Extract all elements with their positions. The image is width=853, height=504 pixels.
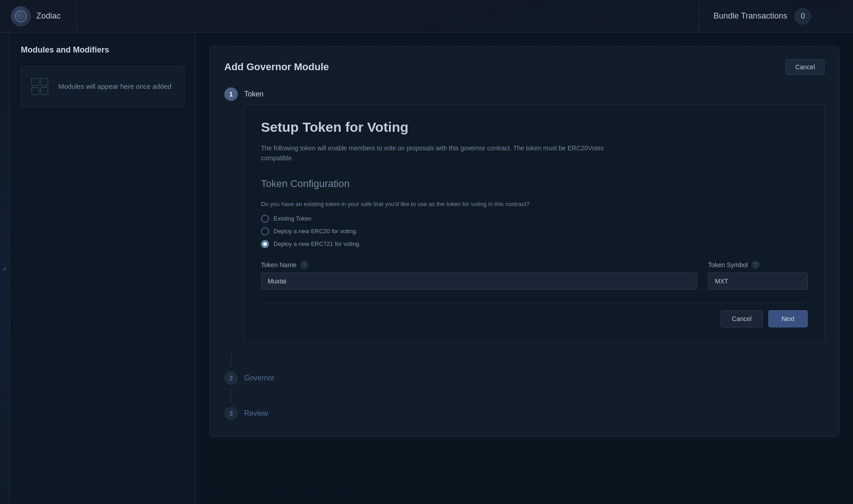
svg-rect-6 — [32, 87, 39, 95]
svg-rect-5 — [41, 78, 48, 86]
action-row: Cancel Next — [261, 302, 808, 327]
step-2-number: 2 — [224, 371, 238, 385]
bundle-transactions-count: 0 — [795, 8, 811, 24]
left-panel: Modules and Modifiers Modules will appea… — [10, 33, 196, 504]
next-button[interactable]: Next — [768, 310, 808, 327]
radio-erc20[interactable]: Deploy a new ERC20 for voting. — [261, 227, 808, 235]
token-name-input[interactable] — [261, 273, 697, 290]
token-symbol-input[interactable] — [708, 273, 808, 290]
step-2-label: Governor — [244, 374, 275, 382]
radio-group: Existing Token Deploy a new ERC20 for vo… — [261, 215, 808, 248]
sidebar-toggle[interactable]: » — [0, 33, 10, 504]
empty-modules-text: Modules will appear here once added — [58, 82, 171, 92]
cancel-top-button[interactable]: Cancel — [786, 59, 824, 75]
bundle-transactions-label: Bundle Transactions — [713, 11, 787, 21]
token-symbol-label-row: Token Symbol ? — [708, 261, 808, 269]
step-2-header: 2 Governor — [224, 371, 824, 385]
token-setup-card: Setup Token for Voting The following tok… — [244, 105, 824, 342]
step-3-header: 3 Review — [224, 407, 824, 420]
token-name-help-icon[interactable]: ? — [300, 261, 308, 269]
token-setup-title: Setup Token for Voting — [261, 120, 808, 135]
token-setup-description: The following token will enable members … — [261, 143, 632, 163]
radio-existing-label: Existing Token — [274, 215, 312, 222]
token-symbol-field: Token Symbol ? — [708, 261, 808, 290]
radio-erc721-circle — [261, 240, 269, 248]
empty-modules-card: Modules will appear here once added — [21, 66, 184, 107]
form-row: Token Name ? Token Symbol ? — [261, 261, 808, 290]
step-connector-1-2 — [231, 353, 231, 368]
radio-erc721-label: Deploy a new ERC721 for voting. — [274, 240, 361, 247]
top-nav: Zodiac Bundle Transactions 0 — [0, 0, 853, 33]
token-symbol-help-icon[interactable]: ? — [752, 261, 760, 269]
panel-title: Modules and Modifiers — [21, 45, 184, 55]
token-name-label: Token Name — [261, 261, 297, 269]
governor-panel-header: Add Governor Module Cancel — [224, 59, 824, 75]
step-3-number: 3 — [224, 407, 238, 420]
governor-panel-title: Add Governor Module — [224, 61, 329, 73]
empty-modules-icon — [29, 75, 51, 98]
radio-erc20-circle — [261, 227, 269, 235]
step-1-label: Token — [244, 90, 264, 98]
governor-panel: Add Governor Module Cancel 1 Token Setup… — [209, 46, 839, 437]
token-name-label-row: Token Name ? — [261, 261, 697, 269]
app-name: Zodiac — [36, 11, 61, 21]
step-connector-2-3 — [231, 389, 231, 403]
step-1-number: 1 — [224, 87, 238, 101]
token-name-field: Token Name ? — [261, 261, 697, 290]
radio-existing-token[interactable]: Existing Token — [261, 215, 808, 223]
step-3: 3 Review — [224, 407, 824, 424]
steps-container: 1 Token Setup Token for Voting The follo… — [224, 87, 824, 424]
radio-existing-circle — [261, 215, 269, 223]
token-config-question: Do you have an existing token in your sa… — [261, 201, 808, 207]
toggle-icon: » — [3, 265, 7, 272]
radio-erc20-label: Deploy a new ERC20 for voting. — [274, 228, 357, 235]
token-config-title: Token Configuration — [261, 178, 808, 190]
logo-section[interactable]: Zodiac — [0, 0, 77, 32]
step-1-header: 1 Token — [224, 87, 824, 101]
main-content: Add Governor Module Cancel 1 Token Setup… — [196, 33, 853, 504]
svg-rect-7 — [41, 87, 48, 95]
svg-rect-4 — [32, 78, 39, 86]
main-layout: » Modules and Modifiers Modules will app… — [0, 33, 853, 504]
nav-center — [77, 0, 699, 32]
zodiac-logo-icon — [11, 6, 31, 26]
token-symbol-label: Token Symbol — [708, 261, 748, 269]
step-1: 1 Token Setup Token for Voting The follo… — [224, 87, 824, 353]
cancel-button[interactable]: Cancel — [721, 310, 763, 327]
step-2: 2 Governor — [224, 371, 824, 389]
radio-erc721[interactable]: Deploy a new ERC721 for voting. — [261, 240, 808, 248]
step-3-label: Review — [244, 409, 268, 418]
bundle-transactions-section[interactable]: Bundle Transactions 0 — [699, 0, 853, 32]
